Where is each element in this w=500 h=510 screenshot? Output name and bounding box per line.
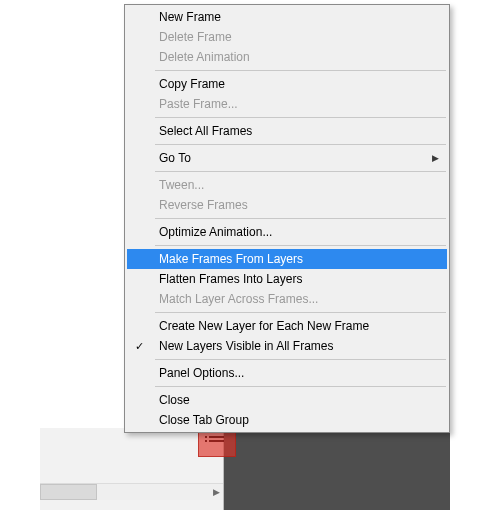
scrollbar-thumb[interactable]: [40, 484, 97, 500]
menu-item-optimize-animation[interactable]: Optimize Animation...: [127, 222, 447, 242]
menu-item-label: Panel Options...: [159, 366, 244, 380]
menu-item-label: Flatten Frames Into Layers: [159, 272, 302, 286]
horizontal-scrollbar[interactable]: ▶: [40, 483, 223, 500]
menu-item-label: Copy Frame: [159, 77, 225, 91]
menu-item-label: Go To: [159, 151, 191, 165]
panel-context-menu: New FrameDelete FrameDelete AnimationCop…: [124, 4, 450, 433]
menu-item-panel-options[interactable]: Panel Options...: [127, 363, 447, 383]
menu-item-match-layer-across-frames: Match Layer Across Frames...: [127, 289, 447, 309]
menu-item-label: Close: [159, 393, 190, 407]
menu-item-delete-frame: Delete Frame: [127, 27, 447, 47]
menu-separator: [155, 117, 446, 118]
menu-item-make-frames-from-layers[interactable]: Make Frames From Layers: [127, 249, 447, 269]
menu-separator: [155, 312, 446, 313]
menu-separator: [155, 386, 446, 387]
menu-item-delete-animation: Delete Animation: [127, 47, 447, 67]
menu-item-reverse-frames: Reverse Frames: [127, 195, 447, 215]
menu-item-label: Paste Frame...: [159, 97, 238, 111]
menu-item-label: New Layers Visible in All Frames: [159, 339, 334, 353]
menu-separator: [155, 171, 446, 172]
menu-separator: [155, 245, 446, 246]
scrollbar-right-arrow[interactable]: ▶: [211, 487, 221, 497]
menu-item-select-all-frames[interactable]: Select All Frames: [127, 121, 447, 141]
menu-item-create-new-layer-for-each-new-frame[interactable]: Create New Layer for Each New Frame: [127, 316, 447, 336]
menu-separator: [155, 70, 446, 71]
menu-item-label: Make Frames From Layers: [159, 252, 303, 266]
menu-item-copy-frame[interactable]: Copy Frame: [127, 74, 447, 94]
checkmark-icon: ✓: [135, 336, 144, 356]
menu-item-close[interactable]: Close: [127, 390, 447, 410]
canvas-background: [224, 428, 450, 510]
menu-item-label: Create New Layer for Each New Frame: [159, 319, 369, 333]
menu-item-label: Close Tab Group: [159, 413, 249, 427]
menu-separator: [155, 218, 446, 219]
menu-separator: [155, 359, 446, 360]
menu-item-close-tab-group[interactable]: Close Tab Group: [127, 410, 447, 430]
menu-item-label: Optimize Animation...: [159, 225, 272, 239]
menu-item-new-layers-visible-in-all-frames[interactable]: New Layers Visible in All Frames✓: [127, 336, 447, 356]
menu-item-label: Tween...: [159, 178, 204, 192]
menu-item-go-to[interactable]: Go To▶: [127, 148, 447, 168]
menu-item-label: Delete Frame: [159, 30, 232, 44]
panel-background: ▶: [40, 428, 224, 510]
menu-item-paste-frame: Paste Frame...: [127, 94, 447, 114]
menu-item-flatten-frames-into-layers[interactable]: Flatten Frames Into Layers: [127, 269, 447, 289]
menu-item-label: Match Layer Across Frames...: [159, 292, 318, 306]
submenu-arrow-icon: ▶: [432, 148, 439, 168]
menu-item-label: New Frame: [159, 10, 221, 24]
menu-item-label: Select All Frames: [159, 124, 252, 138]
menu-item-label: Delete Animation: [159, 50, 250, 64]
menu-item-label: Reverse Frames: [159, 198, 248, 212]
menu-item-tween: Tween...: [127, 175, 447, 195]
menu-separator: [155, 144, 446, 145]
menu-item-new-frame[interactable]: New Frame: [127, 7, 447, 27]
